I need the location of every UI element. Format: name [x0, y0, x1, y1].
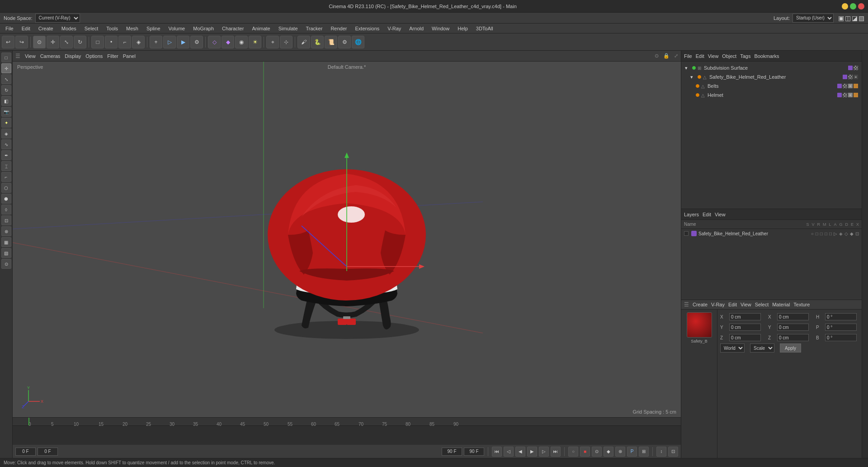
- vp-menu-cameras[interactable]: Cameras: [40, 53, 61, 59]
- menu-file[interactable]: File: [2, 25, 17, 32]
- sculpt-btn[interactable]: 🖌: [297, 36, 310, 48]
- vp-menu-filter[interactable]: Filter: [107, 53, 118, 59]
- vp-home-icon[interactable]: ⊙: [655, 53, 659, 59]
- bottom-menu-icon[interactable]: ☰: [684, 301, 689, 308]
- vp-menu-icon[interactable]: ☰: [15, 53, 20, 59]
- vp-expand-icon[interactable]: ⤢: [674, 53, 678, 59]
- menu-mesh[interactable]: Mesh: [123, 25, 142, 32]
- menu-create[interactable]: Create: [35, 25, 57, 32]
- coord-z2-input[interactable]: [777, 334, 809, 341]
- om-visibility-dot-4[interactable]: [696, 93, 699, 97]
- layout-btn-2[interactable]: ◫: [845, 14, 851, 22]
- om-menu-bookmarks[interactable]: Bookmarks: [754, 53, 779, 59]
- tool-inner-extrude[interactable]: ⬢: [1, 194, 11, 204]
- coord-x1-input[interactable]: [729, 313, 761, 320]
- coord-x2-input[interactable]: [777, 313, 809, 320]
- lp-menu-view[interactable]: View: [715, 212, 726, 217]
- preview3-btn[interactable]: ⊞: [639, 447, 649, 457]
- menu-arnold[interactable]: Arnold: [406, 25, 427, 32]
- redo-button[interactable]: ↪: [15, 36, 28, 48]
- end-frame-input-2[interactable]: [464, 448, 484, 456]
- menu-tracker[interactable]: Tracker: [302, 25, 326, 32]
- menu-help[interactable]: Help: [454, 25, 472, 32]
- lp-menu-layers[interactable]: Layers: [684, 212, 699, 217]
- layout-btn-1[interactable]: ▣: [838, 14, 844, 22]
- menu-window[interactable]: Window: [428, 25, 453, 32]
- bottom-menu-texture[interactable]: Texture: [793, 302, 810, 307]
- lp-flag-g[interactable]: ◈: [839, 231, 843, 236]
- tool-camera[interactable]: 📷: [1, 107, 11, 117]
- tool-select-rect[interactable]: □: [1, 52, 11, 62]
- tool-misc[interactable]: ⊙: [1, 259, 11, 269]
- maximize-button[interactable]: [850, 3, 856, 10]
- rotate-btn[interactable]: ↻: [74, 36, 86, 48]
- coord-y2-input[interactable]: [777, 324, 809, 331]
- tool-magnet[interactable]: ⊛: [1, 226, 11, 236]
- bottom-menu-material[interactable]: Material: [772, 302, 790, 307]
- om-item-helmet[interactable]: △ Helmet ≡: [683, 91, 860, 100]
- tool-rotate[interactable]: ↻: [1, 85, 11, 95]
- apply-button[interactable]: Apply: [780, 343, 801, 353]
- script-btn[interactable]: 📜: [325, 36, 337, 48]
- om-visibility-dot[interactable]: [692, 66, 696, 70]
- menu-select[interactable]: Select: [81, 25, 102, 32]
- lp-flag-e[interactable]: ◆: [850, 231, 854, 236]
- material-thumbnail[interactable]: [687, 312, 712, 338]
- play-btn[interactable]: ▶: [527, 447, 537, 457]
- tool-move[interactable]: ✛: [1, 63, 11, 73]
- bottom-menu-vray[interactable]: V-Ray: [711, 302, 725, 307]
- om-menu-view[interactable]: View: [708, 53, 719, 59]
- lp-flag-r[interactable]: □: [820, 231, 823, 236]
- viewport[interactable]: Perspective Default Camera.* Grid Spacin…: [13, 62, 681, 417]
- menu-animate[interactable]: Animate: [248, 25, 274, 32]
- om-menu-file[interactable]: File: [684, 53, 692, 59]
- prev-frame-btn[interactable]: ◁: [504, 447, 514, 457]
- live-select-btn[interactable]: ⊙: [33, 36, 46, 48]
- tool-pen[interactable]: ✒: [1, 150, 11, 160]
- scale-btn[interactable]: ⤡: [60, 36, 73, 48]
- vp-menu-options[interactable]: Options: [85, 53, 103, 59]
- lp-flag-x[interactable]: ⊡: [855, 231, 859, 236]
- coord-h-input[interactable]: [825, 313, 857, 320]
- tool-loop[interactable]: ⊡: [1, 215, 11, 225]
- menu-extensions[interactable]: Extensions: [351, 25, 383, 32]
- bottom-menu-view[interactable]: View: [741, 302, 751, 307]
- lp-item-0[interactable]: Safety_Bike_Helmet_Red_Leather ○ □ □ □ □…: [681, 229, 862, 238]
- lp-flag-v[interactable]: □: [816, 231, 818, 236]
- scale-select[interactable]: Scale: [750, 343, 774, 353]
- layout-select[interactable]: Startup (User): [793, 14, 834, 23]
- go-start-btn[interactable]: ⏮: [492, 447, 502, 457]
- menu-modes[interactable]: Modes: [58, 25, 80, 32]
- snap-btn[interactable]: ⌖: [266, 36, 279, 48]
- tool-spline-draw[interactable]: ∿: [1, 139, 11, 149]
- tool-light[interactable]: ✦: [1, 118, 11, 128]
- object-mode-btn[interactable]: □: [91, 36, 104, 48]
- menu-vray[interactable]: V-Ray: [384, 25, 405, 32]
- tool-texture[interactable]: ▦: [1, 237, 11, 247]
- shader-btn[interactable]: ◉: [235, 36, 248, 48]
- lp-flag-m[interactable]: □: [825, 231, 827, 236]
- layout-btn-4[interactable]: ▨: [859, 14, 864, 22]
- drag-key-btn[interactable]: ↕: [656, 447, 666, 457]
- world-select[interactable]: World: [720, 343, 745, 353]
- tool-scale[interactable]: ⤡: [1, 74, 11, 84]
- light-btn[interactable]: ☀: [249, 36, 261, 48]
- start-frame-input[interactable]: [15, 448, 36, 456]
- material2-btn[interactable]: ◆: [222, 36, 234, 48]
- tool-extrude[interactable]: ⬡: [1, 183, 11, 193]
- tool-bevel[interactable]: ◊: [1, 205, 11, 214]
- play-reverse-btn[interactable]: ◀: [515, 447, 525, 457]
- om-menu-tags[interactable]: Tags: [740, 53, 750, 59]
- next-frame-btn[interactable]: ▷: [539, 447, 549, 457]
- point-mode-btn[interactable]: •: [105, 36, 118, 48]
- om-visibility-dot-2[interactable]: [698, 75, 701, 79]
- menu-spline[interactable]: Spline: [143, 25, 164, 32]
- om-item-subdivision[interactable]: ▾ ⊞ Subdivision Surface: [683, 63, 860, 72]
- new-btn[interactable]: +: [150, 36, 162, 48]
- tool-knife[interactable]: ⌶: [1, 161, 11, 171]
- python-btn[interactable]: 🐍: [311, 36, 324, 48]
- tool-poly[interactable]: ◈: [1, 129, 11, 138]
- timeline-tracks[interactable]: [13, 426, 681, 445]
- poly-mode-btn[interactable]: ◈: [132, 36, 145, 48]
- render-btn[interactable]: ▶: [177, 36, 189, 48]
